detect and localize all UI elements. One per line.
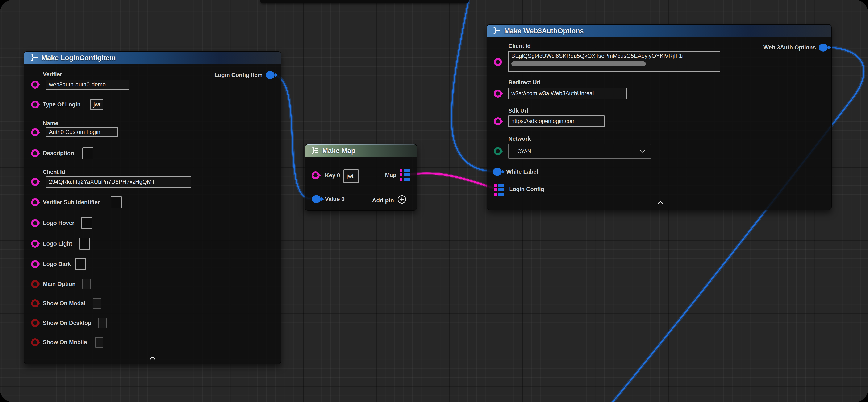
w3a-client-id-field-scrollbar[interactable] — [511, 61, 646, 66]
lci-show-on-modal-pin[interactable] — [31, 299, 39, 307]
collapse-node-chevron-icon[interactable] — [657, 201, 663, 205]
w3a-web-3auth-options-label: Web 3Auth Options — [764, 45, 816, 51]
lci-logo-light-pin[interactable] — [31, 240, 39, 248]
map-pin-value-cell — [498, 184, 504, 187]
w3a-sdk-url-field-value: https://sdk.openlogin.com — [511, 118, 576, 124]
lci-type-of-login-pin[interactable] — [31, 100, 39, 109]
chevron-down-icon — [640, 148, 646, 154]
lci-logo-hover-pin[interactable] — [31, 219, 39, 227]
lci-show-on-desktop-pin[interactable] — [31, 319, 39, 327]
lci-verifier-field[interactable]: web3auth-auth0-demo — [46, 80, 129, 90]
w3a-sdk-url-pin[interactable] — [494, 117, 502, 125]
lci-name-field-value: Auth0 Custom Login — [49, 129, 100, 135]
map-map-label: Map — [385, 172, 396, 178]
node-title: Make Web3AuthOptions — [504, 27, 584, 35]
blueprint-editor-screenshot: Make LoginConfigItemLogin Config ItemVer… — [0, 0, 868, 402]
lci-main-option-pin[interactable] — [31, 280, 39, 288]
lci-main-option-checkbox[interactable] — [82, 279, 91, 289]
node-make-web3authoptions[interactable]: Make Web3AuthOptionsWeb 3Auth OptionsCli… — [487, 24, 832, 210]
map-pin-key-cell — [400, 169, 402, 172]
graph-canvas[interactable]: Make LoginConfigItemLogin Config ItemVer… — [0, 0, 868, 402]
lci-logo-dark-textbox[interactable] — [75, 258, 86, 270]
map-key-0-field[interactable]: jwt — [343, 169, 359, 183]
w3a-login-config-pin[interactable] — [494, 184, 504, 196]
w3a-network-dropdown-value: CYAN — [518, 148, 531, 154]
node-title: Make Map — [322, 147, 355, 155]
lci-description-pin[interactable] — [31, 149, 39, 157]
lci-verifier-sub-identifier-label: Verifier Sub Identifier — [43, 199, 100, 206]
map-pin-key-cell — [494, 193, 497, 196]
lci-type-of-login-label: Type Of Login — [43, 101, 81, 108]
w3a-sdk-url-label: Sdk Url — [508, 108, 528, 114]
map-pin-key-cell — [494, 184, 497, 187]
w3a-white-label-label: White Label — [506, 169, 538, 175]
lci-node-header[interactable]: Make LoginConfigItem — [24, 52, 281, 64]
w3a-node-header[interactable]: Make Web3AuthOptions — [487, 25, 831, 37]
w3a-redirect-url-field-value: w3a://com.w3a.Web3AuthUnreal — [511, 90, 594, 97]
lci-show-on-modal-checkbox[interactable] — [93, 298, 101, 309]
make-map-icon — [310, 145, 319, 156]
lci-client-id-label: Client Id — [43, 169, 65, 175]
lci-name-label: Name — [43, 120, 58, 127]
lci-client-id-pin[interactable] — [31, 178, 39, 186]
make-struct-icon — [492, 26, 501, 36]
map-value-0-pin[interactable] — [312, 195, 321, 203]
node-make-loginconfigitem[interactable]: Make LoginConfigItemLogin Config ItemVer… — [24, 51, 281, 364]
lci-show-on-mobile-pin[interactable] — [31, 338, 39, 346]
map-pin-value-cell — [498, 189, 504, 191]
lci-description-label: Description — [43, 150, 74, 156]
lci-verifier-field-value: web3auth-auth0-demo — [49, 81, 106, 88]
lci-name-pin[interactable] — [31, 128, 39, 136]
lci-login-config-item-pin[interactable] — [266, 71, 275, 79]
lci-show-on-mobile-label: Show On Mobile — [43, 339, 87, 346]
lci-client-id-field[interactable]: 294QRkchfq2YaXUbPri7D6PH7xzHgQMT — [46, 176, 191, 188]
make-struct-icon — [29, 53, 38, 63]
lci-logo-light-textbox[interactable] — [79, 237, 90, 250]
w3a-sdk-url-field[interactable]: https://sdk.openlogin.com — [508, 115, 605, 127]
lci-description-textbox[interactable] — [82, 147, 93, 160]
w3a-redirect-url-pin[interactable] — [494, 90, 502, 97]
map-pin-value-cell — [498, 193, 504, 196]
w3a-network-dropdown[interactable]: CYAN — [508, 144, 651, 159]
map-map-pin[interactable] — [400, 169, 410, 181]
w3a-client-id-pin[interactable] — [494, 58, 502, 66]
map-add-pin-label: Add pin — [372, 197, 394, 203]
lci-type-of-login-field[interactable]: jwt — [90, 99, 103, 110]
lci-verifier-sub-identifier-pin[interactable] — [31, 198, 39, 206]
w3a-white-label-pin[interactable] — [493, 168, 502, 176]
map-pin-value-cell — [404, 173, 410, 176]
lci-verifier-pin[interactable] — [31, 81, 39, 88]
w3a-network-pin[interactable] — [494, 147, 502, 155]
lci-logo-dark-pin[interactable] — [31, 260, 39, 268]
lci-verifier-label: Verifier — [43, 71, 62, 78]
lci-show-on-modal-label: Show On Modal — [43, 300, 86, 307]
w3a-client-id-field[interactable]: BEglQSgt4cUWcj6SKRdu5QkOXTsePmMcusG5EAoy… — [508, 51, 720, 72]
lci-login-config-item-label: Login Config Item — [215, 72, 262, 79]
lci-logo-hover-label: Logo Hover — [43, 220, 74, 226]
node-layer: Make LoginConfigItemLogin Config ItemVer… — [0, 0, 868, 402]
w3a-login-config-label: Login Config — [509, 186, 544, 193]
lci-logo-hover-textbox[interactable] — [81, 217, 92, 229]
map-key-0-field-value: jwt — [347, 173, 353, 179]
w3a-web-3auth-options-pin[interactable] — [819, 44, 828, 52]
w3a-redirect-url-field[interactable]: w3a://com.w3a.Web3AuthUnreal — [508, 88, 627, 99]
partial-node-above-viewport[interactable] — [260, 0, 469, 3]
map-node-header[interactable]: Make Map — [305, 144, 417, 157]
lci-name-field[interactable]: Auth0 Custom Login — [46, 127, 118, 137]
map-key-0-label: Key 0 — [325, 172, 340, 179]
map-add-pin-button[interactable]: Add pin — [372, 195, 406, 206]
map-pin-value-cell — [404, 169, 410, 172]
lci-show-on-desktop-label: Show On Desktop — [43, 320, 91, 326]
lci-verifier-sub-identifier-textbox[interactable] — [111, 196, 122, 208]
collapse-node-chevron-icon[interactable] — [149, 356, 156, 361]
w3a-network-label: Network — [508, 136, 531, 142]
node-make-map[interactable]: Make MapKey 0jwtValue 0MapAdd pin — [305, 144, 417, 211]
lci-show-on-desktop-checkbox[interactable] — [98, 318, 106, 328]
lci-type-of-login-field-value: jwt — [93, 101, 100, 108]
map-value-0-label: Value 0 — [325, 196, 344, 202]
add-pin-plus-icon — [397, 195, 406, 206]
map-pin-key-cell — [494, 189, 497, 191]
map-key-0-pin[interactable] — [312, 171, 319, 179]
lci-show-on-mobile-checkbox[interactable] — [95, 337, 103, 348]
lci-main-option-label: Main Option — [43, 281, 75, 287]
